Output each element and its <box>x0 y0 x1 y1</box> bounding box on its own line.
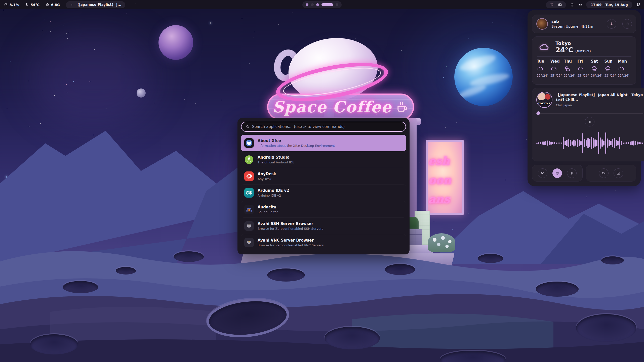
launcher-search-bar[interactable] <box>241 122 406 132</box>
arduino-app-icon <box>244 188 254 198</box>
crater <box>30 334 78 354</box>
app-launcher-window: About XfceInformation about the Xfce Des… <box>237 118 410 254</box>
app-subtitle: Sound Editor <box>258 210 278 214</box>
leaf-icon <box>570 171 574 175</box>
app-subtitle: Information about the Xfce Desktop Envir… <box>258 144 335 148</box>
forecast-day-sun: Sun33°/26° <box>605 59 618 77</box>
cat-icon[interactable] <box>550 3 554 7</box>
app-subtitle: Browse for Zeroconf-enabled SSH Servers <box>258 227 323 231</box>
neon-sign-text: Space Coffee <box>272 98 392 116</box>
workspace-dot-2[interactable] <box>311 3 314 6</box>
tray-pill[interactable] <box>546 1 566 8</box>
system-uptime: System Uptime: 4h11m <box>551 24 603 28</box>
app-title: Arduino IDE v2 <box>258 188 289 193</box>
app-subtitle: Arduino IDE v2 <box>258 194 289 197</box>
desktop: esh oon ans Space Coffee <box>0 0 644 362</box>
cpu-usage-stat[interactable]: 3.1% <box>4 3 19 7</box>
search-icon <box>246 125 250 129</box>
app-title: Avahi SSH Server Browser <box>258 221 323 226</box>
wallpaper-icon[interactable] <box>558 3 562 7</box>
performance-profile-button[interactable] <box>538 168 547 178</box>
album-art-text: TOKYO L <box>538 102 551 105</box>
launcher-item-avahi-ssh-server-browser[interactable]: Avahi SSH Server BrowserBrowse for Zeroc… <box>241 218 406 234</box>
small-moon <box>137 88 146 98</box>
settings-button[interactable] <box>607 19 616 29</box>
clock-pill[interactable]: 17:09 - Tue, 19 Aug <box>586 1 632 8</box>
shop-window: esh oon ans <box>426 140 464 215</box>
capture-card <box>586 165 636 182</box>
launcher-item-avahi-vnc-server-browser[interactable]: Avahi VNC Server BrowserBrowse for Zeroc… <box>241 234 406 251</box>
rain-icon <box>605 65 611 72</box>
crater <box>174 251 204 262</box>
workspace-dot-1[interactable] <box>306 3 308 6</box>
forecast-day-tue: Tue33°/24° <box>537 59 550 77</box>
user-name: seb <box>551 19 603 24</box>
pause-button[interactable] <box>585 117 594 126</box>
shop-window-text: esh <box>428 152 460 171</box>
screen-record-button[interactable] <box>599 168 609 178</box>
volume-icon[interactable] <box>578 3 582 7</box>
chip-icon <box>46 3 49 7</box>
now-playing-pill[interactable]: 【Japanese Playlist】 J... <box>66 1 125 8</box>
weather-widget: Tokyo 24°C (GMT+9) Tue33°/24°Wed35°/25°T… <box>532 36 636 85</box>
avatar[interactable] <box>536 18 548 30</box>
xfce-app-icon <box>244 138 254 148</box>
speedometer-icon <box>541 171 545 175</box>
track-title: 【Japanese Playlist】 Japan All Night - To… <box>556 93 643 102</box>
topbar-system-stats: 3.1% 54°C 6.8G 【Japanese Playlist】 J... <box>0 1 125 8</box>
forecast-day-fri: Fri35°/26° <box>577 59 591 77</box>
weather-forecast: Tue33°/24°Wed35°/25°Thu33°/26°Fri35°/26°… <box>537 59 631 77</box>
launcher-item-audacity[interactable]: AudacitySound Editor <box>241 201 406 218</box>
thermometer-icon <box>25 3 29 7</box>
app-subtitle: Browse for Zeroconf-enabled VNC Servers <box>258 243 324 247</box>
workspace-dot-5[interactable] <box>336 3 338 6</box>
app-title: Android Studio <box>258 155 294 160</box>
topbar-tray: 17:09 - Tue, 19 Aug <box>546 1 644 8</box>
screenshot-button[interactable] <box>614 168 623 178</box>
app-title: Audacity <box>258 205 278 210</box>
launcher-item-anydesk[interactable]: AnyDeskAnyDesk <box>241 168 406 185</box>
forecast-day-thu: Thu33°/26° <box>564 59 577 77</box>
weather-timezone: (GMT+9) <box>575 49 591 53</box>
rain-icon <box>591 65 598 72</box>
audio-waveform <box>536 127 643 159</box>
cpu-usage-value: 3.1% <box>10 3 19 7</box>
forecast-day-sat: Sat36°/26° <box>591 59 605 77</box>
temperature-stat[interactable]: 54°C <box>25 3 39 7</box>
scales-icon <box>555 171 559 175</box>
foreground-terrain <box>0 282 644 362</box>
app-title: Avahi VNC Server Browser <box>258 238 324 243</box>
cloud-icon <box>618 65 625 72</box>
network-app-icon <box>244 221 254 231</box>
app-grid-icon[interactable] <box>636 3 640 7</box>
launcher-item-arduino-ide-v2[interactable]: Arduino IDE v2Arduino IDE v2 <box>241 185 406 201</box>
progress-thumb[interactable] <box>537 111 540 115</box>
balanced-profile-button[interactable] <box>552 168 562 178</box>
crater <box>576 314 636 342</box>
power-button[interactable] <box>622 19 632 29</box>
app-title: AnyDesk <box>258 172 276 176</box>
launcher-item-android-studio[interactable]: Android StudioThe official Android IDE <box>241 151 406 168</box>
anydesk-app-icon <box>244 171 254 181</box>
memory-stat[interactable]: 6.8G <box>46 3 60 7</box>
clock-text: 17:09 - Tue, 19 Aug <box>591 3 628 7</box>
android-studio-app-icon <box>244 155 254 164</box>
workspace-dot-4[interactable] <box>321 3 333 6</box>
network-app-icon <box>244 238 254 247</box>
crater <box>385 264 415 275</box>
workspace-dot-3[interactable] <box>316 3 319 6</box>
notifications-bell-icon[interactable] <box>570 3 574 7</box>
powersave-profile-button[interactable] <box>567 168 577 178</box>
progress-bar[interactable] <box>536 111 643 115</box>
workspace-switcher[interactable] <box>302 1 342 8</box>
crater <box>478 254 503 263</box>
partly-sunny-icon <box>564 65 571 72</box>
search-input[interactable] <box>252 124 401 129</box>
divider <box>537 56 631 57</box>
forecast-day-mon: Mon33°/26° <box>618 59 631 77</box>
temperature-value: 54°C <box>30 3 39 7</box>
user-card: seb System Uptime: 4h11m <box>532 15 636 33</box>
launcher-item-about-xfce[interactable]: About XfceInformation about the Xfce Des… <box>241 135 406 151</box>
forecast-day-wed: Wed35°/25° <box>550 59 564 77</box>
app-subtitle: The official Android IDE <box>258 160 294 164</box>
